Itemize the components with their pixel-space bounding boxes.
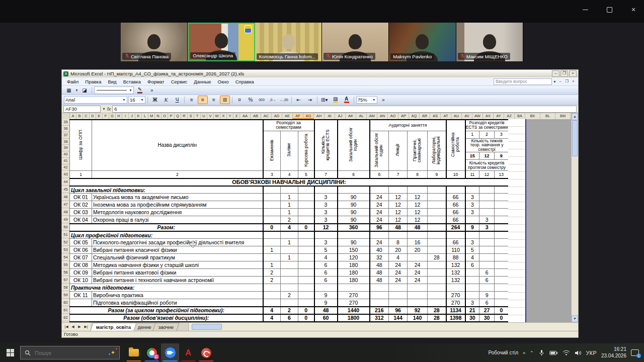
column-header-M[interactable]: M [148, 113, 155, 119]
cell[interactable]: 2 [263, 277, 281, 284]
numbering-cell[interactable]: 9 [428, 171, 446, 178]
search-highlights-icon[interactable]: ✦✦ [111, 349, 115, 356]
cell[interactable]: 48 [408, 224, 428, 231]
cell[interactable] [389, 284, 408, 292]
column-header-AK[interactable]: AK [346, 113, 356, 119]
cell[interactable]: 6 [314, 261, 338, 269]
cell[interactable]: 0 [298, 224, 314, 231]
cell[interactable]: 6 [465, 261, 479, 269]
cell[interactable] [408, 284, 428, 292]
cell[interactable] [298, 292, 314, 299]
numbering-cell[interactable]: 6 [338, 171, 370, 178]
cell[interactable]: 66 [446, 239, 465, 246]
name-cell[interactable]: Українська мова та академічне письмо [92, 194, 263, 201]
participant-tile[interactable]: Maksym Pavlenko [389, 23, 456, 61]
cell[interactable]: 0 [263, 224, 281, 231]
column-header-AG[interactable]: AG [303, 113, 314, 119]
cell[interactable]: 24 [389, 269, 408, 277]
column-header-AS[interactable]: AS [430, 113, 441, 119]
cell[interactable]: 150 [338, 246, 370, 254]
column-header-AP[interactable]: AP [398, 113, 409, 119]
cell[interactable]: 66 [446, 194, 465, 201]
cell[interactable]: 28 [428, 314, 446, 322]
column-header-H[interactable]: H [116, 113, 122, 119]
cell[interactable]: 3 [465, 194, 479, 201]
cell[interactable]: 1 [281, 201, 298, 209]
decrease-decimal-button[interactable]: ←,00 [279, 96, 289, 104]
header-weeks-2[interactable]: 12 [479, 152, 495, 160]
borders-dropdown-icon[interactable]: ⊞▾ [319, 96, 330, 104]
name-cell[interactable]: Підготовка кваліфікаційної роботи [92, 299, 263, 307]
cell[interactable] [263, 284, 281, 292]
cell[interactable]: 3 [465, 299, 479, 307]
cell[interactable]: 24 [408, 269, 428, 277]
last-sheet-icon[interactable]: ▶| [83, 325, 89, 329]
cell[interactable]: 66 [446, 216, 465, 224]
cell[interactable] [389, 299, 408, 307]
header-sem-1[interactable]: 1 [465, 131, 479, 138]
cell[interactable]: 1 [281, 239, 298, 246]
cell[interactable] [479, 186, 495, 194]
row-header-36[interactable]: 36 [62, 126, 69, 132]
cell[interactable]: 3 [314, 209, 338, 216]
taskbar-search[interactable]: ✦✦ [20, 346, 120, 359]
column-header-G[interactable]: G [109, 113, 116, 119]
column-header-P[interactable]: P [168, 113, 175, 119]
chevron-down-icon[interactable]: ▼ [102, 107, 106, 111]
row-header-50[interactable]: 50 [62, 223, 69, 231]
cell[interactable] [495, 277, 509, 284]
cell[interactable] [428, 284, 446, 292]
row-header-55[interactable]: 55 [62, 261, 69, 268]
cell[interactable]: 5 [314, 246, 338, 254]
cell[interactable]: 48 [370, 269, 389, 277]
cell[interactable] [338, 186, 370, 194]
cell[interactable]: 90 [338, 239, 370, 246]
column-header-AV[interactable]: AV [462, 113, 472, 119]
cell[interactable]: 5 [465, 246, 479, 254]
row-header-58[interactable]: 58 [62, 284, 69, 291]
cell[interactable] [281, 284, 298, 292]
notification-center-icon[interactable]: 1 [631, 349, 640, 357]
cell[interactable]: 32 [370, 254, 389, 261]
cell[interactable] [298, 284, 314, 292]
cell[interactable]: 0 [495, 307, 509, 314]
horizontal-scrollbar[interactable] [188, 323, 578, 331]
cell[interactable]: 24 [408, 261, 428, 269]
cell[interactable] [495, 239, 509, 246]
sheet-tab-магістр_освіта[interactable]: магістр_освіта [90, 323, 136, 331]
column-header-AH[interactable]: AH [314, 113, 325, 119]
column-header-AQ[interactable]: AQ [409, 113, 420, 119]
column-header-W[interactable]: W [214, 113, 220, 119]
name-cell[interactable]: Психолого-педагогічні засади професійної… [92, 239, 263, 246]
cell[interactable]: 1440 [338, 307, 370, 314]
name-cell[interactable]: Вибрані питання і технології навчання ас… [92, 277, 263, 284]
cell[interactable]: 144 [389, 314, 408, 322]
row-header-46[interactable]: 46 [62, 193, 69, 201]
row-header-39[interactable]: 39 [62, 145, 69, 151]
chrome-icon[interactable] [143, 343, 161, 362]
header-ects-sem[interactable]: Розподіл кредитів ECTS за семестрами [465, 120, 509, 131]
cell[interactable]: 48 [389, 224, 408, 231]
cell[interactable] [370, 292, 389, 299]
underline-button[interactable]: Ч [172, 96, 182, 104]
cell[interactable]: 40 [370, 246, 389, 254]
column-header-U[interactable]: U [201, 113, 207, 119]
cell[interactable] [408, 299, 428, 307]
total-label-cell[interactable]: Разом (обов'язкові дисципліни): [70, 314, 263, 322]
cell[interactable]: 12 [389, 216, 408, 224]
cell[interactable] [495, 201, 509, 209]
minimize-icon[interactable] [580, 4, 591, 15]
total-label-cell[interactable]: Разом: [70, 224, 263, 231]
cell[interactable] [263, 216, 281, 224]
numbering-cell[interactable]: 1 [70, 171, 92, 178]
row-header-38[interactable]: 38 [62, 139, 69, 145]
name-cell[interactable]: Охорона праці в галузі [92, 216, 263, 224]
cell[interactable]: 12 [389, 201, 408, 209]
cell[interactable]: 27 [479, 307, 495, 314]
column-header-AF[interactable]: AF [293, 113, 303, 119]
select-all-corner[interactable] [62, 113, 70, 119]
name-cell[interactable]: Методологія наукового дослідження [92, 209, 263, 216]
cell[interactable]: 1 [263, 246, 281, 254]
code-cell[interactable] [70, 299, 92, 307]
wifi-icon[interactable] [562, 350, 570, 355]
